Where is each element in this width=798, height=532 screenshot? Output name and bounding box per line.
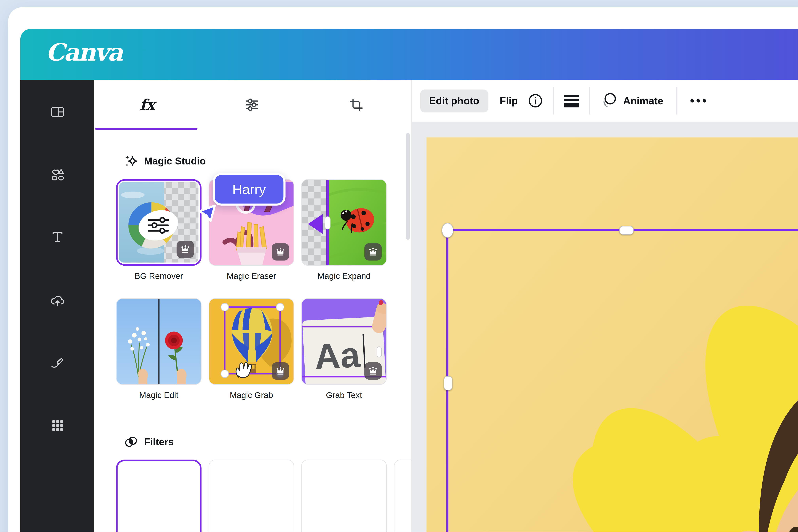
draw-icon bbox=[50, 355, 65, 370]
tool-label: Magic Eraser bbox=[209, 271, 294, 281]
more-icon bbox=[689, 98, 707, 104]
sidebar-item-uploads[interactable] bbox=[45, 288, 70, 314]
tool-card-magic-expand[interactable]: Magic Expand bbox=[301, 179, 387, 281]
filter-option-original[interactable] bbox=[116, 459, 202, 532]
tool-card-bg-remover[interactable]: BG Remover bbox=[116, 179, 202, 281]
tool-label: Magic Expand bbox=[301, 271, 387, 281]
sidebar bbox=[20, 80, 94, 532]
premium-crown-badge bbox=[272, 362, 289, 380]
canvas-area: Edit photo Flip bbox=[411, 80, 798, 532]
filter-option-greyscale[interactable] bbox=[209, 459, 294, 532]
app-header: Canva bbox=[20, 29, 798, 80]
toolbar-divider bbox=[553, 87, 554, 115]
animate-button[interactable] bbox=[601, 92, 619, 109]
edit-photo-button[interactable]: Edit photo bbox=[420, 89, 488, 112]
premium-crown-badge bbox=[176, 241, 194, 258]
magic-expand-thumbnail bbox=[301, 179, 387, 266]
collaborator-name: Harry bbox=[232, 182, 266, 197]
flip-button[interactable]: Flip bbox=[500, 95, 518, 107]
sparkles-icon bbox=[124, 154, 138, 168]
canvas-toolbar: Edit photo Flip bbox=[412, 80, 798, 122]
filters-icon bbox=[124, 435, 138, 449]
premium-crown-badge bbox=[364, 243, 382, 261]
filters-header: Filters bbox=[124, 435, 174, 449]
info-icon bbox=[528, 93, 543, 109]
selection-handle-top[interactable] bbox=[619, 226, 633, 235]
collaborator-cursor-icon bbox=[196, 202, 218, 224]
animate-icon bbox=[601, 92, 619, 109]
app-stage: Canva bbox=[0, 0, 798, 532]
magic-grab-thumbnail bbox=[209, 298, 294, 385]
magic-studio-grid: BG Remover bbox=[116, 179, 387, 400]
svg-text:Aa: Aa bbox=[314, 335, 361, 377]
tools-panel: fx bbox=[94, 80, 411, 532]
sidebar-item-draw[interactable] bbox=[45, 350, 70, 376]
panel-tabs: fx bbox=[94, 80, 407, 130]
photo-element[interactable] bbox=[426, 137, 798, 532]
active-tab-indicator bbox=[95, 128, 197, 130]
position-icon bbox=[564, 93, 580, 109]
selection-handle-left[interactable] bbox=[444, 376, 453, 390]
collaborator-label: Harry bbox=[213, 173, 286, 206]
selection-handle-corner[interactable] bbox=[442, 223, 453, 238]
crown-icon bbox=[368, 247, 378, 257]
premium-crown-badge bbox=[272, 243, 289, 261]
premium-crown-badge bbox=[364, 362, 382, 380]
bg-remover-thumbnail bbox=[116, 179, 202, 266]
photo-graphic bbox=[426, 137, 798, 532]
tool-label: Magic Edit bbox=[116, 390, 202, 400]
tab-crop[interactable] bbox=[304, 80, 408, 130]
apps-icon bbox=[50, 418, 65, 433]
magic-edit-art bbox=[117, 299, 201, 384]
crown-icon bbox=[180, 244, 190, 254]
magic-edit-thumbnail bbox=[116, 298, 202, 385]
tab-effects[interactable]: fx bbox=[95, 80, 200, 130]
design-icon bbox=[50, 104, 65, 119]
elements-icon bbox=[50, 167, 65, 182]
toolbar-divider bbox=[590, 87, 591, 115]
magic-studio-header: Magic Studio bbox=[124, 154, 206, 168]
magic-studio-title: Magic Studio bbox=[144, 155, 206, 167]
tab-adjust[interactable] bbox=[200, 80, 304, 130]
panel-scrollbar[interactable] bbox=[406, 133, 410, 525]
sidebar-item-elements[interactable] bbox=[45, 162, 70, 187]
text-icon bbox=[50, 229, 65, 244]
toolbar-divider bbox=[677, 87, 678, 115]
sidebar-item-text[interactable] bbox=[45, 224, 70, 249]
info-button[interactable] bbox=[528, 93, 543, 109]
tool-label: BG Remover bbox=[116, 271, 202, 281]
design-canvas bbox=[412, 122, 798, 532]
position-button[interactable] bbox=[564, 93, 580, 109]
crop-icon bbox=[348, 97, 364, 112]
tool-card-grab-text[interactable]: Aa bbox=[301, 298, 387, 400]
crown-icon bbox=[368, 366, 378, 376]
crown-icon bbox=[275, 247, 285, 257]
scrollbar-thumb[interactable] bbox=[406, 133, 410, 240]
sidebar-item-design[interactable] bbox=[45, 99, 70, 125]
crown-icon bbox=[275, 366, 285, 376]
filters-row bbox=[116, 459, 411, 532]
effects-fx-label: fx bbox=[140, 96, 155, 113]
animate-label[interactable]: Animate bbox=[623, 95, 663, 107]
sliders-icon bbox=[244, 97, 259, 112]
filter-option-warm[interactable] bbox=[301, 459, 387, 532]
tool-label: Magic Grab bbox=[209, 390, 294, 400]
canva-logo: Canva bbox=[46, 38, 122, 66]
tool-label: Grab Text bbox=[301, 390, 387, 400]
uploads-icon bbox=[50, 293, 65, 308]
grab-text-thumbnail: Aa bbox=[301, 298, 387, 385]
filters-title: Filters bbox=[144, 436, 174, 448]
tool-card-magic-grab[interactable]: Magic Grab bbox=[209, 298, 294, 400]
tool-card-magic-edit[interactable]: Magic Edit bbox=[116, 298, 202, 400]
sidebar-item-apps[interactable] bbox=[45, 413, 70, 438]
more-button[interactable] bbox=[689, 98, 707, 104]
